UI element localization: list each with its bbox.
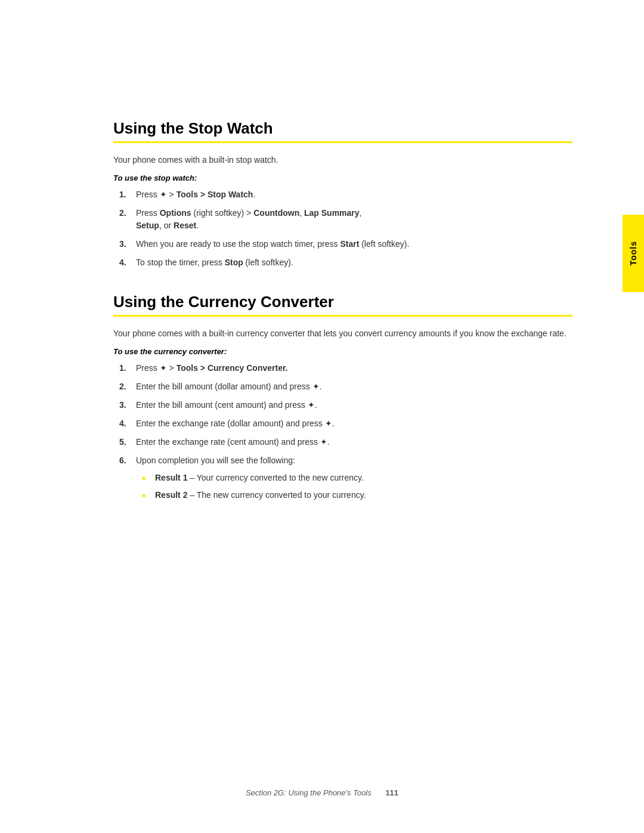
sub-results: Result 1 – Your currency converted to th… — [142, 472, 572, 501]
section1-instruction-label: To use the stop watch: — [113, 174, 572, 182]
section1-divider — [113, 141, 572, 143]
nav-icon-1: ✦ — [160, 190, 167, 199]
footer-section-label: Section 2G: Using the Phone's Tools — [246, 788, 371, 797]
cc-step-1-text: Press ✦ > Tools > Currency Converter. — [136, 363, 288, 373]
step-1-num: 1. — [119, 188, 126, 201]
main-content: Using the Stop Watch Your phone comes wi… — [0, 0, 644, 833]
result-1-text: – Your currency converted to the new cur… — [190, 473, 364, 482]
nav-icon-cc-5: ✦ — [320, 437, 327, 447]
cc-step-3-text: Enter the bill amount (cent amount) and … — [136, 400, 317, 410]
cc-step-5: 5. Enter the exchange rate (cent amount)… — [119, 436, 572, 448]
cc-step-2-text: Enter the bill amount (dollar amount) an… — [136, 382, 322, 391]
page-footer: Section 2G: Using the Phone's Tools 111 — [0, 788, 644, 797]
step-2-num: 2. — [119, 207, 126, 219]
step-3: 3. When you are ready to use the stop wa… — [119, 238, 572, 250]
section1-intro: Your phone comes with a built-in stop wa… — [113, 154, 572, 166]
section2-steps: 1. Press ✦ > Tools > Currency Converter.… — [119, 362, 572, 501]
step-3-text: When you are ready to use the stop watch… — [136, 239, 409, 249]
step-1-text: Press ✦ > Tools > Stop Watch. — [136, 190, 255, 199]
cc-step-5-num: 5. — [119, 436, 126, 448]
section2-divider — [113, 315, 572, 317]
nav-icon-cc-2: ✦ — [312, 382, 320, 391]
cc-step-1-num: 1. — [119, 362, 126, 374]
cc-step-3: 3. Enter the bill amount (cent amount) a… — [119, 399, 572, 411]
page-inner: Tools Using the Stop Watch Your phone co… — [0, 0, 644, 833]
step-4-text: To stop the timer, press Stop (left soft… — [136, 258, 293, 267]
cc-step-2: 2. Enter the bill amount (dollar amount)… — [119, 380, 572, 393]
nav-icon-cc-4: ✦ — [325, 419, 332, 428]
cc-step-3-num: 3. — [119, 399, 126, 411]
step-4: 4. To stop the timer, press Stop (left s… — [119, 256, 572, 269]
step-4-num: 4. — [119, 256, 126, 269]
cc-step-6-num: 6. — [119, 454, 126, 467]
cc-step-4: 4. Enter the exchange rate (dollar amoun… — [119, 417, 572, 430]
cc-step-4-text: Enter the exchange rate (dollar amount) … — [136, 419, 335, 428]
footer-page-number: 111 — [385, 788, 398, 797]
section2-title: Using the Currency Converter — [113, 293, 572, 311]
section1-title: Using the Stop Watch — [113, 119, 572, 138]
nav-icon-cc-1: ✦ — [160, 363, 167, 373]
side-tab-label: Tools — [628, 241, 638, 265]
step-2: 2. Press Options (right softkey) > Count… — [119, 207, 572, 232]
section2-instruction-label: To use the currency converter: — [113, 347, 572, 356]
result-2: Result 2 – The new currency converted to… — [142, 489, 572, 501]
result-1: Result 1 – Your currency converted to th… — [142, 472, 572, 484]
result-2-label: Result 2 — [155, 490, 187, 500]
nav-icon-cc-3: ✦ — [308, 400, 315, 410]
cc-step-4-num: 4. — [119, 417, 126, 430]
step-1: 1. Press ✦ > Tools > Stop Watch. — [119, 188, 572, 201]
section1-steps: 1. Press ✦ > Tools > Stop Watch. 2. Pres… — [119, 188, 572, 269]
cc-step-6-text: Upon completion you will see the followi… — [136, 456, 295, 465]
result-2-text: – The new currency converted to your cur… — [190, 490, 366, 500]
section-stop-watch: Using the Stop Watch Your phone comes wi… — [113, 119, 572, 269]
result-1-label: Result 1 — [155, 473, 187, 482]
side-tab: Tools — [623, 215, 644, 292]
cc-step-5-text: Enter the exchange rate (cent amount) an… — [136, 437, 330, 447]
cc-step-2-num: 2. — [119, 380, 126, 393]
cc-step-6: 6. Upon completion you will see the foll… — [119, 454, 572, 501]
page: Tools Using the Stop Watch Your phone co… — [0, 0, 644, 833]
section2-intro: Your phone comes with a built-in currenc… — [113, 327, 572, 340]
cc-step-1: 1. Press ✦ > Tools > Currency Converter. — [119, 362, 572, 374]
step-3-num: 3. — [119, 238, 126, 250]
section-currency-converter: Using the Currency Converter Your phone … — [113, 293, 572, 501]
step-2-text: Press Options (right softkey) > Countdow… — [136, 208, 361, 230]
